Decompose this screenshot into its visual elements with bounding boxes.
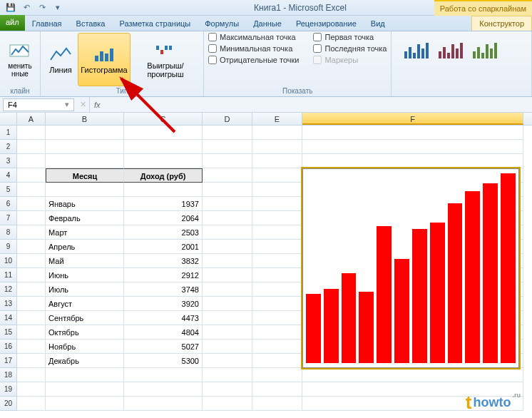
cell[interactable]: [203, 368, 252, 382]
cell[interactable]: [17, 225, 46, 240]
qat-dropdown-icon[interactable]: ▾: [51, 1, 64, 14]
row-header[interactable]: 8: [0, 225, 17, 240]
row-header[interactable]: 14: [0, 311, 17, 325]
cell[interactable]: [46, 397, 124, 411]
cell[interactable]: [17, 126, 46, 140]
cell[interactable]: [252, 368, 302, 382]
cell[interactable]: Месяц: [46, 168, 124, 183]
save-icon[interactable]: 💾: [4, 1, 17, 14]
row-header[interactable]: 6: [0, 197, 17, 211]
cell[interactable]: [302, 368, 523, 382]
cell[interactable]: [17, 240, 46, 254]
style-thumb-1[interactable]: [403, 39, 433, 60]
check-low-point[interactable]: Минимальная точка: [208, 44, 299, 53]
cell[interactable]: [252, 382, 302, 397]
col-header-A[interactable]: A: [17, 113, 46, 125]
cell[interactable]: [203, 183, 252, 197]
style-thumb-3[interactable]: [471, 39, 501, 60]
check-negative-points[interactable]: Отрицательные точки: [208, 56, 299, 64]
row-header[interactable]: 13: [0, 297, 17, 311]
cell[interactable]: [252, 254, 302, 268]
cell[interactable]: [252, 397, 302, 411]
sparkline-cell[interactable]: [302, 168, 519, 368]
row-header[interactable]: 3: [0, 154, 17, 168]
cell[interactable]: 2912: [124, 268, 203, 282]
cell[interactable]: [124, 183, 203, 197]
check-high-point[interactable]: Максимальная точка: [208, 33, 299, 41]
cell[interactable]: 4473: [124, 311, 203, 325]
line-button[interactable]: Линия: [45, 33, 76, 86]
cell[interactable]: 4804: [124, 325, 203, 340]
row-header[interactable]: 5: [0, 183, 17, 197]
cell[interactable]: [46, 126, 124, 140]
cell[interactable]: [203, 268, 252, 282]
cell[interactable]: [17, 282, 46, 297]
cell[interactable]: [252, 183, 302, 197]
cell[interactable]: [17, 154, 46, 168]
cell[interactable]: 3748: [124, 282, 203, 297]
cell[interactable]: [17, 183, 46, 197]
cell[interactable]: 2064: [124, 211, 203, 225]
col-header-B[interactable]: B: [46, 113, 124, 125]
cell[interactable]: Август: [46, 297, 124, 311]
style-thumb-2[interactable]: [437, 39, 467, 60]
cell[interactable]: [17, 254, 46, 268]
name-box-dropdown-icon[interactable]: ▾: [65, 100, 69, 109]
cell[interactable]: [17, 340, 46, 354]
cell[interactable]: [203, 297, 252, 311]
check-last-point[interactable]: Последняя точка: [313, 44, 387, 53]
tab-formulas[interactable]: Формулы: [198, 16, 246, 31]
cell[interactable]: [203, 154, 252, 168]
cell[interactable]: [17, 197, 46, 211]
cell[interactable]: [17, 168, 46, 183]
formula-input[interactable]: [105, 98, 532, 111]
cell[interactable]: [17, 268, 46, 282]
name-box[interactable]: F4 ▾: [3, 98, 74, 111]
cell[interactable]: Сентябрь: [46, 311, 124, 325]
cell[interactable]: [252, 168, 302, 183]
cell[interactable]: Октябрь: [46, 325, 124, 340]
cell[interactable]: [17, 354, 46, 368]
tab-review[interactable]: Рецензирование: [289, 16, 364, 31]
cell[interactable]: [203, 382, 252, 397]
column-button[interactable]: Гистограмма: [78, 33, 131, 86]
row-header[interactable]: 16: [0, 340, 17, 354]
cell[interactable]: Декабрь: [46, 354, 124, 368]
cell[interactable]: [124, 154, 203, 168]
cell[interactable]: [252, 225, 302, 240]
cell[interactable]: [46, 154, 124, 168]
row-header[interactable]: 7: [0, 211, 17, 225]
cell[interactable]: 3920: [124, 297, 203, 311]
cell[interactable]: 1937: [124, 197, 203, 211]
tab-insert[interactable]: Вставка: [69, 16, 113, 31]
col-header-E[interactable]: E: [252, 113, 302, 125]
select-all-corner[interactable]: [0, 113, 17, 125]
cell[interactable]: [46, 183, 124, 197]
row-header[interactable]: 15: [0, 325, 17, 340]
cell[interactable]: [252, 282, 302, 297]
cell[interactable]: [17, 368, 46, 382]
cell[interactable]: [203, 140, 252, 154]
cell[interactable]: [203, 240, 252, 254]
col-header-C[interactable]: C: [124, 113, 203, 125]
cell[interactable]: [203, 282, 252, 297]
cell[interactable]: [203, 197, 252, 211]
cell[interactable]: [124, 382, 203, 397]
row-header[interactable]: 18: [0, 368, 17, 382]
cell[interactable]: [203, 254, 252, 268]
cell[interactable]: 2503: [124, 225, 203, 240]
cell[interactable]: [17, 325, 46, 340]
cell[interactable]: Январь: [46, 197, 124, 211]
sparkline-style-gallery[interactable]: [396, 33, 527, 66]
tab-page-layout[interactable]: Разметка страницы: [112, 16, 198, 31]
cell[interactable]: [252, 268, 302, 282]
cell[interactable]: [203, 126, 252, 140]
cell[interactable]: 5027: [124, 340, 203, 354]
check-first-point[interactable]: Первая точка: [313, 33, 387, 41]
row-header[interactable]: 11: [0, 268, 17, 282]
cell[interactable]: [17, 397, 46, 411]
cell[interactable]: Доход (руб): [124, 168, 203, 183]
cell[interactable]: [203, 168, 252, 183]
cell[interactable]: [302, 126, 523, 140]
cell[interactable]: [203, 340, 252, 354]
